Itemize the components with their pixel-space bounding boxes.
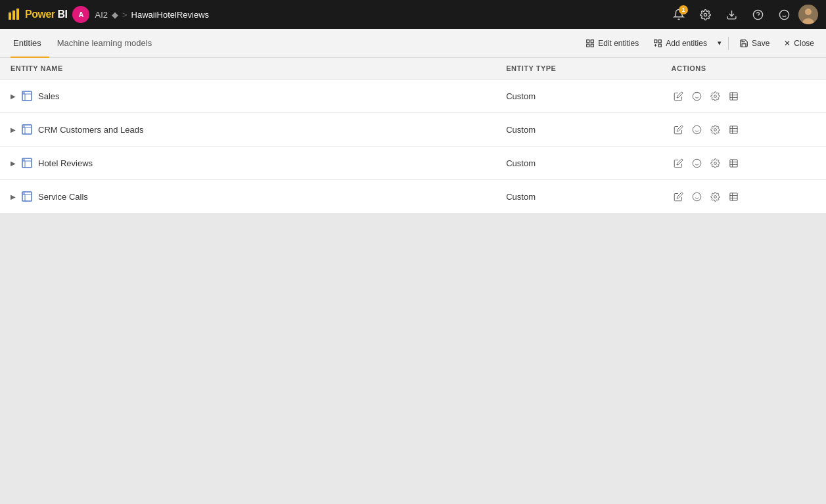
breadcrumb-current: HawaiiHotelReviews	[131, 10, 210, 20]
action-table-icon[interactable]	[727, 89, 741, 103]
edit-entities-button[interactable]: Edit entities	[579, 35, 645, 51]
entity-actions	[661, 80, 826, 113]
help-icon	[752, 9, 764, 20]
svg-point-3	[704, 13, 706, 16]
entity-type: Custom	[495, 147, 660, 180]
table-row: ▶ CRM Customers and Leads	[0, 113, 826, 147]
entity-actions	[661, 113, 826, 147]
svg-rect-49	[23, 159, 25, 161]
svg-rect-17	[654, 39, 657, 42]
svg-rect-2	[16, 9, 19, 20]
entity-type: Custom	[495, 80, 660, 113]
add-entities-button[interactable]: Add entities	[647, 35, 714, 51]
row-expand-arrow[interactable]: ▶	[11, 193, 16, 200]
breadcrumb-workspace[interactable]: AI2	[95, 10, 108, 20]
topbar-right: 1	[667, 3, 818, 26]
entity-table: ENTITY NAME ENTITY TYPE ACTIONS ▶	[0, 58, 826, 214]
entity-table-icon	[22, 191, 32, 202]
svg-point-62	[693, 193, 701, 201]
diamond-icon: ◆	[112, 10, 118, 20]
action-edit-icon[interactable]	[672, 189, 686, 204]
entity-actions	[661, 147, 826, 180]
help-button[interactable]	[746, 3, 769, 26]
action-edit-icon[interactable]	[672, 89, 686, 103]
action-settings-icon[interactable]	[708, 122, 723, 137]
notification-badge: 1	[679, 5, 688, 14]
brand-area: Power BI	[8, 9, 67, 20]
entity-name: CRM Customers and Leads	[38, 125, 143, 135]
svg-rect-30	[730, 92, 737, 99]
action-table-icon[interactable]	[727, 156, 741, 170]
table-row: ▶ Hotel Reviews Custom	[0, 147, 826, 180]
action-table-icon[interactable]	[727, 189, 741, 204]
action-ai-icon[interactable]	[690, 89, 704, 103]
row-expand-arrow[interactable]: ▶	[11, 93, 16, 100]
row-expand-arrow[interactable]: ▶	[11, 160, 16, 167]
action-ai-icon[interactable]	[690, 189, 704, 204]
add-entities-chevron[interactable]: ▾	[715, 35, 724, 51]
action-edit-icon[interactable]	[672, 122, 686, 137]
entity-icon	[21, 124, 33, 135]
svg-rect-13	[587, 39, 589, 42]
svg-rect-42	[730, 126, 737, 133]
breadcrumb-sep: >	[122, 10, 127, 20]
entity-table-icon	[22, 91, 32, 101]
user-avatar[interactable]	[798, 5, 818, 24]
entity-name-cell: ▶ Service Calls	[0, 180, 495, 214]
toolbar-divider	[728, 37, 729, 50]
edit-entities-icon	[585, 39, 595, 48]
entity-table-icon	[22, 158, 32, 168]
action-settings-icon[interactable]	[708, 89, 723, 103]
close-button[interactable]: ✕ Close	[777, 35, 821, 51]
entity-name-cell: ▶ CRM Customers and Leads	[0, 113, 495, 147]
settings-button[interactable]	[693, 3, 717, 26]
svg-rect-15	[591, 44, 593, 47]
svg-point-29	[714, 95, 717, 97]
table-body: ▶ Sales Custom	[0, 80, 826, 214]
action-edit-icon[interactable]	[672, 156, 686, 170]
entity-name-cell: ▶ Hotel Reviews	[0, 147, 495, 180]
action-settings-icon[interactable]	[708, 156, 723, 170]
action-settings-icon[interactable]	[708, 189, 723, 204]
add-entities-icon	[653, 39, 662, 48]
action-ai-icon[interactable]	[690, 156, 704, 170]
tab-ml-models[interactable]: Machine learning models	[49, 30, 160, 58]
emoji-icon	[779, 9, 790, 20]
emoji-button[interactable]	[772, 3, 796, 26]
entity-name: Sales	[38, 91, 60, 101]
workspace-avatar[interactable]: A	[72, 6, 89, 23]
powerbi-logo-icon	[8, 9, 20, 20]
svg-rect-54	[730, 159, 737, 166]
col-header-entity-name: ENTITY NAME	[0, 58, 495, 80]
notifications-button[interactable]: 1	[667, 3, 691, 26]
svg-rect-19	[658, 44, 661, 47]
entity-type: Custom	[495, 180, 660, 214]
svg-rect-66	[730, 193, 737, 200]
svg-point-7	[779, 10, 789, 19]
svg-rect-61	[23, 193, 25, 195]
save-icon	[739, 39, 748, 48]
tabs: Entities Machine learning models	[11, 29, 160, 57]
row-expand-arrow[interactable]: ▶	[11, 126, 16, 133]
entity-name-cell: ▶ Sales	[0, 80, 495, 113]
action-table-icon[interactable]	[727, 122, 741, 137]
tab-entities[interactable]: Entities	[11, 30, 49, 58]
svg-point-50	[693, 159, 701, 168]
entity-type: Custom	[495, 113, 660, 147]
breadcrumb: AI2 ◆ > HawaiiHotelReviews	[95, 10, 209, 20]
table-row: ▶ Service Calls Custom	[0, 180, 826, 214]
svg-point-26	[693, 92, 701, 101]
entity-table-icon	[22, 124, 32, 135]
svg-point-38	[693, 126, 701, 134]
svg-rect-18	[658, 39, 661, 42]
entity-icon	[21, 191, 33, 202]
table-header: ENTITY NAME ENTITY TYPE ACTIONS	[0, 58, 826, 80]
download-button[interactable]	[720, 3, 743, 26]
svg-rect-14	[591, 39, 593, 42]
table-row: ▶ Sales Custom	[0, 80, 826, 113]
svg-rect-1	[12, 11, 15, 20]
entity-icon	[21, 157, 33, 169]
action-ai-icon[interactable]	[690, 122, 704, 137]
svg-rect-0	[9, 12, 11, 20]
save-button[interactable]: Save	[733, 35, 776, 51]
